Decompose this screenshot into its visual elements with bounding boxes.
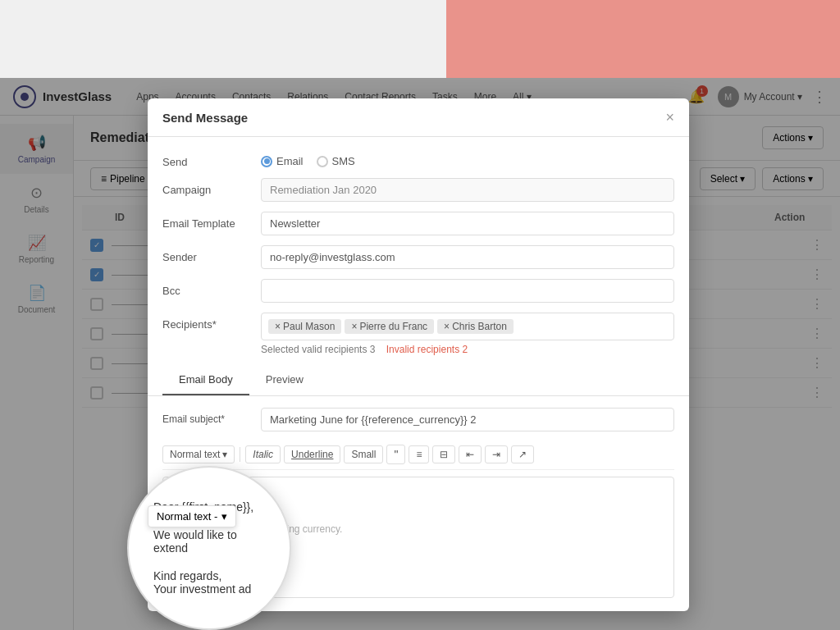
ordered-list-button[interactable]: ⊟	[432, 445, 455, 463]
email-template-field	[261, 212, 674, 235]
email-toolbar: Normal text ▾ Italic Underline Small " ≡…	[162, 440, 674, 470]
tag-label: Chris Barton	[452, 321, 507, 332]
zoom-line-2: We would like to extend	[153, 528, 265, 555]
sender-input[interactable]	[261, 245, 674, 269]
indent-left-button[interactable]: ⇤	[459, 445, 482, 463]
sms-option: SMS	[332, 155, 355, 167]
tab-preview[interactable]: Preview	[249, 365, 320, 395]
modal-title: Send Message	[162, 111, 248, 125]
email-subject-input[interactable]	[261, 408, 674, 431]
link-button[interactable]: ↗	[511, 445, 534, 463]
email-radio[interactable]	[261, 156, 272, 167]
bcc-row: Bcc	[162, 279, 674, 303]
sender-row: Sender	[162, 245, 674, 269]
modal-close-button[interactable]: ×	[665, 110, 674, 125]
recipients-label: Recipients*	[162, 313, 261, 331]
recipient-tag-chris: × Chris Barton	[437, 319, 514, 334]
valid-recipients-text: Selected valid recipients 3	[261, 344, 375, 355]
send-label: Send	[162, 150, 261, 168]
zoom-line-4: Your investment ad	[153, 582, 251, 596]
normal-text-floating-dropdown[interactable]: Normal text - ▾	[148, 505, 236, 527]
bcc-label: Bcc	[162, 279, 261, 297]
recipients-info: Selected valid recipients 3 Invalid reci…	[261, 344, 674, 355]
campaign-label: Campaign	[162, 178, 261, 196]
recipients-container[interactable]: × Paul Mason × Pierre du Franc × Chris B…	[261, 313, 674, 340]
sender-label: Sender	[162, 245, 261, 263]
normal-text-label: Normal text	[170, 449, 220, 460]
recipients-field: × Paul Mason × Pierre du Franc × Chris B…	[261, 313, 674, 355]
dropdown-arrow-icon: ▾	[222, 449, 227, 460]
bcc-input[interactable]	[261, 279, 674, 303]
sms-radio[interactable]	[317, 156, 328, 167]
tag-x[interactable]: ×	[275, 321, 281, 332]
modal-tabs: Email Body Preview	[148, 365, 689, 396]
email-subject-label: Email subject*	[162, 408, 261, 425]
campaign-field	[261, 178, 674, 202]
modal-header: Send Message ×	[148, 98, 689, 137]
campaign-row: Campaign	[162, 178, 674, 202]
tag-x[interactable]: ×	[444, 321, 450, 332]
tag-label: Paul Mason	[283, 321, 335, 332]
bcc-field	[261, 279, 674, 303]
italic-button[interactable]: Italic	[245, 445, 281, 463]
recipient-tag-paul: × Paul Mason	[268, 319, 341, 334]
floating-dropdown-arrow: ▾	[221, 510, 227, 523]
bg-decoration-top	[446, 0, 840, 82]
email-template-input[interactable]	[261, 212, 674, 235]
recipient-tag-pierre: × Pierre du Franc	[345, 319, 434, 334]
invalid-recipients-link[interactable]: Invalid recipients 2	[386, 344, 468, 355]
zoom-magnifier: Dear {{first_name}}, We would like to ex…	[127, 466, 291, 630]
normal-text-floating-label: Normal text -	[157, 510, 217, 523]
email-radio-label[interactable]: Email	[261, 155, 304, 167]
small-button[interactable]: Small	[344, 445, 383, 463]
zoom-line-3: Kind regards,	[153, 569, 221, 582]
email-subject-row: Email subject*	[162, 408, 674, 431]
email-option: Email	[276, 155, 304, 167]
email-subject-field	[261, 408, 674, 431]
send-options: Email SMS	[261, 150, 674, 167]
sms-radio-label[interactable]: SMS	[317, 155, 355, 167]
recipients-row: Recipients* × Paul Mason × Pierre du Fra…	[162, 313, 674, 355]
blockquote-button[interactable]: "	[386, 445, 405, 464]
email-template-label: Email Template	[162, 212, 261, 230]
unordered-list-button[interactable]: ≡	[409, 445, 429, 463]
campaign-input[interactable]	[261, 178, 674, 202]
indent-right-button[interactable]: ⇥	[485, 445, 508, 463]
underline-button[interactable]: Underline	[284, 445, 340, 463]
email-template-row: Email Template	[162, 212, 674, 235]
tag-x[interactable]: ×	[351, 321, 357, 332]
tag-label: Pierre du Franc	[359, 321, 427, 332]
sender-field	[261, 245, 674, 269]
send-row: Send Email SMS	[162, 150, 674, 168]
toolbar-separator	[240, 447, 240, 462]
normal-text-dropdown[interactable]: Normal text ▾	[162, 445, 235, 463]
tab-email-body[interactable]: Email Body	[162, 365, 249, 395]
